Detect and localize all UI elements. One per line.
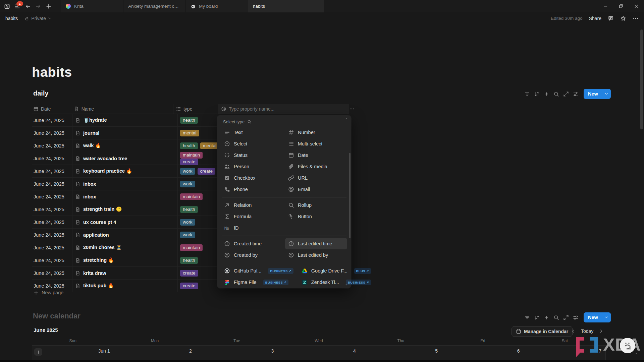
date-cell[interactable]: June 24, 2025 — [32, 152, 72, 165]
date-cell[interactable]: June 24, 2025 — [32, 178, 72, 190]
filter-icon[interactable] — [524, 91, 530, 97]
column-header-date[interactable]: Date — [32, 104, 71, 114]
name-cell[interactable]: 🥤hydrate — [72, 114, 178, 126]
tab-habits[interactable]: habits — [248, 0, 324, 12]
today-button[interactable]: Today — [579, 328, 595, 334]
menu-item-checkbox[interactable]: Checkbox — [221, 172, 283, 184]
menu-item-created-time[interactable]: Created time — [221, 238, 283, 249]
share-button[interactable]: Share — [589, 16, 601, 21]
menu-item-text[interactable]: Text — [221, 127, 283, 138]
calendar-cell[interactable]: 6 — [442, 345, 524, 362]
page-title[interactable]: habits — [32, 65, 72, 80]
expand-icon[interactable] — [563, 91, 569, 97]
menu-item-files-media[interactable]: Files & media — [285, 161, 347, 172]
column-header-name[interactable]: Name — [71, 104, 173, 114]
menu-item-figma-file[interactable]: Figma FileBUSINESS↗ — [221, 277, 297, 288]
name-cell[interactable]: ux course pt 4 — [72, 216, 178, 228]
menu-item-id[interactable]: №ID — [221, 222, 283, 234]
menu-item-person[interactable]: Person — [221, 161, 283, 172]
menu-item-last-edited-time[interactable]: Last edited time — [285, 238, 347, 249]
menu-item-multi-select[interactable]: Multi-select — [285, 138, 347, 149]
new-tab-button[interactable] — [46, 3, 52, 9]
calendar-cell[interactable]: 4 — [278, 345, 360, 362]
name-cell[interactable]: keyboard practice 🔥 — [72, 165, 178, 177]
column-header-type[interactable]: type — [173, 104, 218, 114]
date-cell[interactable]: June 24, 2025 — [32, 127, 72, 139]
forward-button[interactable] — [35, 3, 41, 9]
menu-item-status[interactable]: Status — [221, 149, 283, 161]
sliders-icon[interactable] — [573, 91, 579, 97]
search-icon[interactable] — [553, 315, 559, 320]
add-event-button[interactable] — [34, 348, 42, 356]
next-month-button[interactable] — [599, 329, 603, 334]
new-button-dropdown[interactable] — [602, 312, 611, 322]
tab-krita[interactable]: Krita — [61, 0, 123, 12]
date-cell[interactable]: June 24, 2025 — [32, 267, 72, 279]
menu-item-github-pul[interactable]: GitHub Pul...BUSINESS↗ — [221, 265, 297, 277]
sliders-icon[interactable] — [573, 315, 579, 320]
name-cell[interactable]: strength train 😐 — [72, 203, 178, 216]
date-cell[interactable]: June 24, 2025 — [32, 139, 72, 152]
manage-in-calendar-button[interactable]: Manage in Calendar — [512, 326, 573, 337]
name-cell[interactable]: water avocado tree — [72, 152, 178, 165]
menu-item-created-by[interactable]: Created by — [221, 249, 283, 261]
maximize-button[interactable] — [613, 0, 629, 12]
sort-icon[interactable] — [534, 91, 540, 97]
menu-item-phone[interactable]: Phone — [221, 184, 283, 195]
close-button[interactable] — [629, 0, 644, 12]
calendar-cell[interactable]: Jun 1 — [32, 345, 114, 362]
more-options-button[interactable] — [633, 15, 639, 21]
name-cell[interactable]: application — [72, 229, 178, 241]
menu-item-google-drive-f[interactable]: Google Drive F...PLUS↗ — [299, 265, 374, 277]
search-icon[interactable] — [553, 91, 559, 97]
menu-item-url[interactable]: URL — [285, 172, 347, 184]
name-cell[interactable]: inbox — [72, 190, 178, 203]
menu-item-button[interactable]: Button — [285, 211, 347, 222]
back-button[interactable] — [25, 3, 31, 9]
new-row-button[interactable]: New — [584, 89, 611, 99]
page-scrollbar[interactable] — [640, 29, 643, 129]
tab-anxiety-management[interactable]: Anxiety management cour... — [123, 0, 186, 12]
new-event-button[interactable]: New — [584, 312, 611, 322]
name-cell[interactable]: 20min chores ⏳ — [72, 241, 178, 254]
zap-icon[interactable] — [544, 91, 549, 97]
sort-icon[interactable] — [534, 315, 540, 320]
date-cell[interactable]: June 24, 2025 — [32, 241, 72, 254]
date-cell[interactable]: June 24, 2025 — [32, 114, 72, 126]
calendar-month-label[interactable]: June 2025 — [34, 327, 58, 333]
menu-scrollbar[interactable] — [349, 153, 351, 238]
calendar-cell[interactable]: 5 — [360, 345, 442, 362]
name-cell[interactable]: inbox — [72, 178, 178, 190]
calendar-title[interactable]: New calendar — [33, 312, 80, 320]
menu-item-zendesk-ti[interactable]: Zendesk Ti...BUSINESS↗ — [299, 277, 374, 288]
expand-icon[interactable] — [563, 315, 569, 320]
name-cell[interactable]: journal — [72, 127, 178, 139]
new-button-dropdown[interactable] — [602, 89, 611, 99]
sidebar-toggle-button[interactable]: 1 — [14, 3, 20, 9]
add-column-button[interactable] — [347, 105, 356, 113]
minimize-button[interactable] — [598, 0, 613, 12]
new-property-name-input[interactable]: Type property name... — [218, 104, 349, 114]
comments-button[interactable] — [608, 15, 614, 21]
name-cell[interactable]: walk 🔥 — [72, 139, 178, 152]
breadcrumb[interactable]: habits — [5, 16, 18, 21]
menu-item-select[interactable]: Select — [221, 138, 283, 149]
menu-item-number[interactable]: Number — [285, 127, 347, 138]
database-title-daily[interactable]: daily — [33, 89, 49, 97]
menu-item-last-edited-by[interactable]: Last edited by — [285, 249, 347, 261]
privacy-dropdown[interactable]: Private — [24, 16, 52, 21]
date-cell[interactable]: June 24, 2025 — [32, 216, 72, 228]
date-cell[interactable]: June 24, 2025 — [32, 229, 72, 241]
date-cell[interactable]: June 24, 2025 — [32, 190, 72, 203]
date-cell[interactable]: June 24, 2025 — [32, 203, 72, 216]
name-cell[interactable]: stretching 🔥 — [72, 254, 178, 266]
tab-my-board[interactable]: My board — [186, 0, 248, 12]
favorite-button[interactable] — [620, 15, 626, 21]
zap-icon[interactable] — [544, 315, 549, 320]
previous-month-button[interactable] — [571, 329, 576, 334]
menu-item-relation[interactable]: Relation — [221, 199, 283, 211]
filter-icon[interactable] — [524, 315, 530, 320]
menu-item-formula[interactable]: Formula — [221, 211, 283, 222]
calendar-cell[interactable]: 3 — [196, 345, 278, 362]
new-page-button[interactable]: New page — [32, 288, 351, 298]
